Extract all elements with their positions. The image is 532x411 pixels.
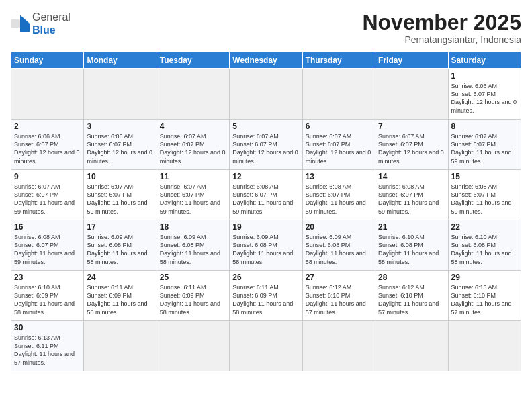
day-cell-18: 18 Sunrise: 6:09 AMSunset: 6:08 PMDaylig… bbox=[157, 220, 229, 271]
empty-cell bbox=[84, 69, 157, 120]
day-cell-29: 29 Sunrise: 6:13 AMSunset: 6:10 PMDaylig… bbox=[448, 271, 521, 321]
logo-text: General Blue bbox=[32, 11, 71, 36]
calendar-table: Sunday Monday Tuesday Wednesday Thursday… bbox=[11, 52, 521, 371]
day-number-5: 5 bbox=[232, 122, 299, 131]
header-saturday: Saturday bbox=[448, 52, 521, 69]
calendar-row-3: 9 Sunrise: 6:07 AMSunset: 6:07 PMDayligh… bbox=[11, 170, 521, 220]
day-cell-30: 30 Sunrise: 6:13 AMSunset: 6:11 PMDaylig… bbox=[11, 321, 84, 371]
calendar-row-2: 2 Sunrise: 6:06 AMSunset: 6:07 PMDayligh… bbox=[11, 120, 521, 170]
calendar-row-4: 16 Sunrise: 6:08 AMSunset: 6:07 PMDaylig… bbox=[11, 220, 521, 271]
month-year-title: November 2025 bbox=[362, 11, 521, 34]
day-cell-20: 20 Sunrise: 6:09 AMSunset: 6:08 PMDaylig… bbox=[302, 220, 375, 271]
empty-cell bbox=[302, 321, 375, 371]
day-cell-5: 5 Sunrise: 6:07 AMSunset: 6:07 PMDayligh… bbox=[230, 120, 302, 170]
logo-general: General bbox=[32, 11, 71, 23]
day-cell-8: 8 Sunrise: 6:07 AMSunset: 6:07 PMDayligh… bbox=[448, 120, 521, 170]
header: General Blue November 2025 Pematangsiant… bbox=[11, 11, 521, 45]
day-cell-21: 21 Sunrise: 6:10 AMSunset: 6:08 PMDaylig… bbox=[375, 220, 448, 271]
day-cell-26: 26 Sunrise: 6:11 AMSunset: 6:09 PMDaylig… bbox=[230, 271, 302, 321]
title-block: November 2025 Pematangsiantar, Indonesia bbox=[362, 11, 521, 45]
day-cell-2: 2 Sunrise: 6:06 AMSunset: 6:07 PMDayligh… bbox=[11, 120, 84, 170]
day-number-7: 7 bbox=[378, 122, 445, 131]
day-cell-25: 25 Sunrise: 6:11 AMSunset: 6:09 PMDaylig… bbox=[157, 271, 229, 321]
day-cell-13: 13 Sunrise: 6:08 AMSunset: 6:07 PMDaylig… bbox=[302, 170, 375, 220]
day-cell-19: 19 Sunrise: 6:09 AMSunset: 6:08 PMDaylig… bbox=[230, 220, 302, 271]
svg-marker-2 bbox=[20, 24, 30, 32]
day-cell-9: 9 Sunrise: 6:07 AMSunset: 6:07 PMDayligh… bbox=[11, 170, 84, 220]
empty-cell bbox=[84, 321, 157, 371]
logo-blue: Blue bbox=[32, 24, 56, 36]
empty-cell bbox=[375, 321, 448, 371]
day-cell-14: 14 Sunrise: 6:08 AMSunset: 6:07 PMDaylig… bbox=[375, 170, 448, 220]
weekday-header-row: Sunday Monday Tuesday Wednesday Thursday… bbox=[11, 52, 521, 69]
location-subtitle: Pematangsiantar, Indonesia bbox=[362, 34, 521, 45]
empty-cell bbox=[157, 69, 229, 120]
day-cell-16: 16 Sunrise: 6:08 AMSunset: 6:07 PMDaylig… bbox=[11, 220, 84, 271]
day-number-8: 8 bbox=[451, 122, 518, 131]
empty-cell bbox=[230, 69, 302, 120]
day-cell-4: 4 Sunrise: 6:07 AMSunset: 6:07 PMDayligh… bbox=[157, 120, 229, 170]
day-number-6: 6 bbox=[306, 122, 372, 131]
header-friday: Friday bbox=[375, 52, 448, 69]
day-cell-15: 15 Sunrise: 6:08 AMSunset: 6:07 PMDaylig… bbox=[448, 170, 521, 220]
svg-rect-0 bbox=[11, 19, 20, 28]
empty-cell bbox=[448, 321, 521, 371]
logo: General Blue bbox=[11, 11, 71, 36]
day-cell-7: 7 Sunrise: 6:07 AMSunset: 6:07 PMDayligh… bbox=[375, 120, 448, 170]
empty-cell bbox=[375, 69, 448, 120]
page: General Blue November 2025 Pematangsiant… bbox=[0, 0, 532, 411]
calendar-row-1: 1 Sunrise: 6:06 AM Sunset: 6:07 PM Dayli… bbox=[11, 69, 521, 120]
day-cell-27: 27 Sunrise: 6:12 AMSunset: 6:10 PMDaylig… bbox=[302, 271, 375, 321]
header-thursday: Thursday bbox=[302, 52, 375, 69]
header-wednesday: Wednesday bbox=[230, 52, 302, 69]
empty-cell bbox=[11, 69, 84, 120]
empty-cell bbox=[302, 69, 375, 120]
empty-cell bbox=[157, 321, 229, 371]
day-cell-28: 28 Sunrise: 6:12 AMSunset: 6:10 PMDaylig… bbox=[375, 271, 448, 321]
day-cell-24: 24 Sunrise: 6:11 AMSunset: 6:09 PMDaylig… bbox=[84, 271, 157, 321]
day-cell-1: 1 Sunrise: 6:06 AM Sunset: 6:07 PM Dayli… bbox=[448, 69, 521, 120]
day-info-1: Sunrise: 6:06 AM Sunset: 6:07 PM Dayligh… bbox=[451, 82, 518, 115]
header-tuesday: Tuesday bbox=[157, 52, 229, 69]
svg-marker-1 bbox=[20, 15, 30, 24]
day-cell-17: 17 Sunrise: 6:09 AMSunset: 6:08 PMDaylig… bbox=[84, 220, 157, 271]
calendar-row-5: 23 Sunrise: 6:10 AMSunset: 6:09 PMDaylig… bbox=[11, 271, 521, 321]
day-number-2: 2 bbox=[14, 122, 81, 131]
day-number-1: 1 bbox=[451, 71, 518, 81]
day-cell-6: 6 Sunrise: 6:07 AMSunset: 6:07 PMDayligh… bbox=[302, 120, 375, 170]
empty-cell bbox=[230, 321, 302, 371]
generalblue-logo-icon bbox=[11, 14, 30, 33]
day-cell-22: 22 Sunrise: 6:10 AMSunset: 6:08 PMDaylig… bbox=[448, 220, 521, 271]
header-sunday: Sunday bbox=[11, 52, 84, 69]
day-cell-3: 3 Sunrise: 6:06 AMSunset: 6:07 PMDayligh… bbox=[84, 120, 157, 170]
day-cell-23: 23 Sunrise: 6:10 AMSunset: 6:09 PMDaylig… bbox=[11, 271, 84, 321]
header-monday: Monday bbox=[84, 52, 157, 69]
day-number-3: 3 bbox=[87, 122, 153, 131]
day-cell-10: 10 Sunrise: 6:07 AMSunset: 6:07 PMDaylig… bbox=[84, 170, 157, 220]
day-cell-11: 11 Sunrise: 6:07 AMSunset: 6:07 PMDaylig… bbox=[157, 170, 229, 220]
calendar-row-6: 30 Sunrise: 6:13 AMSunset: 6:11 PMDaylig… bbox=[11, 321, 521, 371]
day-number-4: 4 bbox=[160, 122, 226, 131]
day-cell-12: 12 Sunrise: 6:08 AMSunset: 6:07 PMDaylig… bbox=[230, 170, 302, 220]
